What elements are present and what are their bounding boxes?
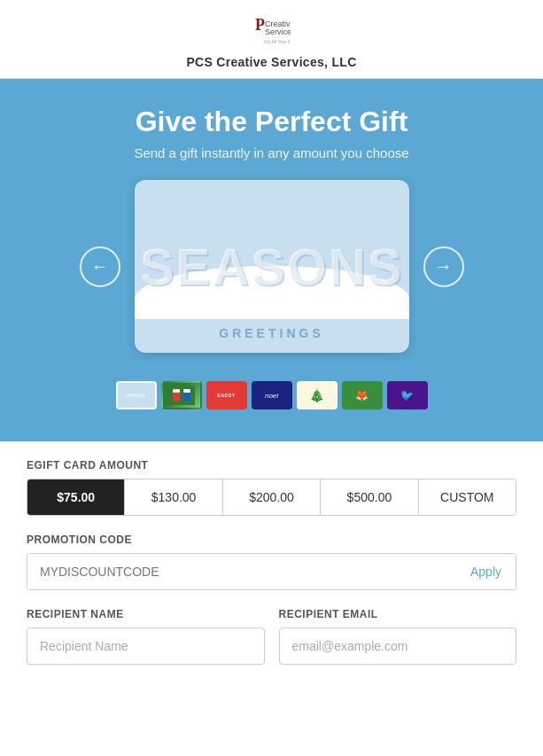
thumbnail-strip: FASON DADDY noel 🎄 🦊 🐦 bbox=[18, 370, 525, 424]
promo-label: PROMOTION CODE bbox=[27, 534, 516, 546]
amount-button-200[interactable]: $200.00 bbox=[223, 479, 321, 515]
card-seasons-text: SEASONS bbox=[140, 241, 404, 292]
gift-card-display: SEASONS GREETINGS bbox=[135, 180, 409, 353]
svg-text:Services: Services bbox=[265, 27, 291, 36]
svg-rect-5 bbox=[168, 386, 195, 405]
amount-label: EGIFT CARD AMOUNT bbox=[27, 459, 516, 472]
recipient-name-label: RECIPIENT NAME bbox=[27, 608, 265, 620]
thumbnail-item-seasons[interactable]: FASON bbox=[116, 381, 157, 409]
thumbnail-item-socks[interactable] bbox=[161, 381, 202, 409]
amount-button-75[interactable]: $75.00 bbox=[27, 479, 125, 515]
thumbnail-item-fox[interactable]: 🦊 bbox=[342, 381, 383, 409]
amount-button-500[interactable]: $500.00 bbox=[321, 479, 418, 515]
recipient-email-label: RECIPIENT EMAIL bbox=[279, 608, 517, 620]
thumbnail-item-noel[interactable]: noel bbox=[252, 381, 292, 409]
form-section: EGIFT CARD AMOUNT $75.00 $130.00 $200.00… bbox=[0, 441, 543, 682]
amount-wrapper: EGIFT CARD AMOUNT $75.00 $130.00 $200.00… bbox=[27, 459, 516, 516]
card-greetings-text: GREETINGS bbox=[219, 326, 323, 340]
page-header: P Creative Services For All Your Creativ… bbox=[0, 0, 543, 79]
thumbnail-item-daddy[interactable]: DADDY bbox=[206, 381, 247, 409]
carousel-prev-button[interactable]: ← bbox=[80, 246, 120, 287]
recipient-name-field: RECIPIENT NAME bbox=[27, 608, 265, 665]
svg-rect-8 bbox=[173, 389, 180, 393]
logo-area: P Creative Services For All Your Creativ… bbox=[252, 11, 292, 50]
recipient-row: RECIPIENT NAME RECIPIENT EMAIL bbox=[27, 608, 516, 665]
promo-input[interactable] bbox=[27, 554, 456, 589]
svg-text:For All Your Creative Needs: For All Your Creative Needs bbox=[264, 39, 291, 44]
hero-section: Give the Perfect Gift Send a gift instan… bbox=[0, 79, 543, 441]
amount-button-130[interactable]: $130.00 bbox=[125, 479, 222, 515]
recipient-email-input[interactable] bbox=[279, 627, 517, 665]
hero-title: Give the Perfect Gift bbox=[18, 105, 525, 138]
thumbnail-item-wreath[interactable]: 🎄 bbox=[297, 381, 337, 409]
recipient-name-input[interactable] bbox=[27, 627, 265, 665]
promo-wrapper: PROMOTION CODE Apply bbox=[27, 534, 516, 590]
amount-button-custom[interactable]: CUSTOM bbox=[419, 479, 516, 515]
svg-text:P: P bbox=[255, 16, 265, 34]
company-logo-icon: P Creative Services For All Your Creativ… bbox=[252, 11, 291, 50]
svg-rect-9 bbox=[183, 389, 190, 393]
promo-input-row: Apply bbox=[27, 553, 516, 590]
carousel-wrapper: ← SEASONS GREETINGS → bbox=[18, 180, 525, 370]
company-name: PCS Creative Services, LLC bbox=[186, 55, 356, 69]
recipient-email-field: RECIPIENT EMAIL bbox=[279, 608, 517, 665]
thumbnail-item-bird[interactable]: 🐦 bbox=[387, 381, 428, 409]
carousel-next-button[interactable]: → bbox=[423, 246, 464, 287]
amount-group: $75.00 $130.00 $200.00 $500.00 CUSTOM bbox=[27, 479, 516, 516]
apply-button[interactable]: Apply bbox=[456, 554, 516, 589]
hero-subtitle: Send a gift instantly in any amount you … bbox=[18, 145, 525, 160]
